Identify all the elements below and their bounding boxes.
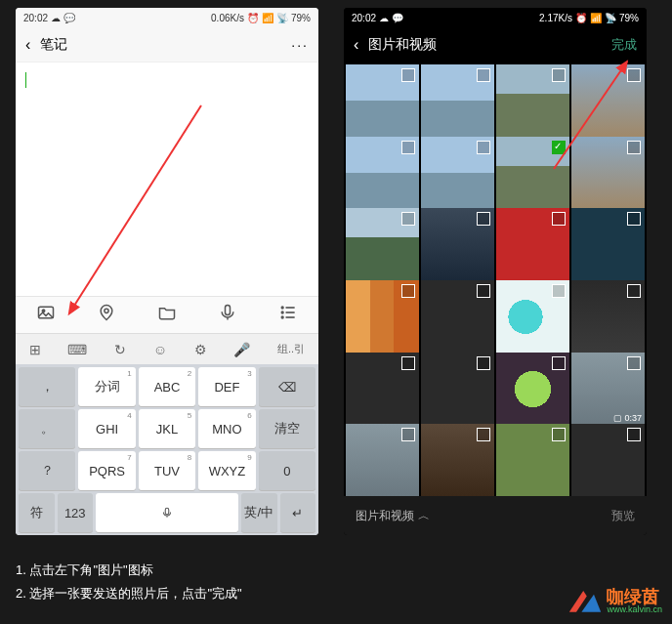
gallery-thumb[interactable] xyxy=(421,64,494,138)
gallery-thumb[interactable] xyxy=(496,424,569,496)
thumb-checkbox[interactable] xyxy=(477,212,490,226)
back-icon[interactable]: ‹ xyxy=(25,36,30,54)
gallery-thumb[interactable] xyxy=(571,64,645,138)
kb-gear-icon[interactable]: ⚙ xyxy=(194,342,207,357)
watermark-title: 咖绿茵 xyxy=(607,588,659,605)
gallery-thumb[interactable] xyxy=(496,353,569,426)
thumb-checkbox[interactable] xyxy=(552,141,566,154)
gallery-thumb[interactable] xyxy=(421,424,494,496)
gallery-thumb[interactable] xyxy=(496,137,569,210)
list-icon[interactable] xyxy=(278,303,298,327)
thumb-checkbox[interactable] xyxy=(477,356,490,370)
gallery-thumb[interactable] xyxy=(496,208,569,281)
kb-voice-icon[interactable]: 🎤 xyxy=(233,342,250,357)
gallery-thumb[interactable] xyxy=(421,280,494,354)
thumb-checkbox[interactable] xyxy=(552,284,566,298)
key-TUV[interactable]: TUV8 xyxy=(139,451,195,490)
key-WXYZ[interactable]: WXYZ9 xyxy=(198,451,255,490)
thumb-checkbox[interactable] xyxy=(401,428,415,441)
video-badge: ▢0:37 xyxy=(613,413,642,423)
gallery-thumb[interactable] xyxy=(571,424,645,496)
gallery-thumb[interactable] xyxy=(496,280,569,354)
gallery-thumb[interactable] xyxy=(346,353,419,426)
key-↵[interactable]: ↵ xyxy=(280,493,316,532)
gallery-grid: ▢0:37 xyxy=(344,62,647,496)
key-123[interactable]: 123 xyxy=(58,493,94,532)
note-body[interactable] xyxy=(16,62,318,296)
thumb-checkbox[interactable] xyxy=(477,284,490,298)
chevron-up-icon: ︿ xyxy=(418,508,430,524)
gallery-thumb[interactable] xyxy=(571,208,645,281)
phone-left-note-editor: 20:02 ☁ 💬 0.06K/s ⏰ 📶 📡 79% ‹ 笔记 ··· xyxy=(16,8,318,535)
thumb-checkbox[interactable] xyxy=(627,284,641,298)
gallery-thumb[interactable] xyxy=(346,64,419,138)
thumb-checkbox[interactable] xyxy=(401,141,415,154)
thumb-checkbox[interactable] xyxy=(552,356,566,370)
thumb-checkbox[interactable] xyxy=(401,284,415,298)
location-icon[interactable] xyxy=(97,303,116,327)
key-分词[interactable]: 分词1 xyxy=(78,367,135,406)
thumb-checkbox[interactable] xyxy=(477,428,490,441)
gallery-thumb[interactable] xyxy=(571,280,645,354)
key-？[interactable]: ？ xyxy=(19,451,75,490)
gallery-thumb[interactable] xyxy=(421,353,494,426)
kb-pinyin-icon[interactable]: 组..引 xyxy=(277,342,305,356)
key-MNO[interactable]: MNO6 xyxy=(198,409,255,448)
gallery-thumb[interactable] xyxy=(421,208,494,281)
mic-icon[interactable] xyxy=(218,303,237,327)
key-JKL[interactable]: JKL5 xyxy=(139,409,195,448)
gallery-thumb[interactable] xyxy=(346,208,419,281)
thumb-checkbox[interactable] xyxy=(627,68,641,82)
thumb-checkbox[interactable] xyxy=(401,212,415,226)
key-，[interactable]: ， xyxy=(19,367,75,406)
thumb-checkbox[interactable] xyxy=(552,212,566,226)
gallery-thumb[interactable] xyxy=(346,424,419,496)
kb-grid-icon[interactable]: ⊞ xyxy=(29,342,41,357)
key-GHI[interactable]: GHI4 xyxy=(78,409,135,448)
key-DEF[interactable]: DEF3 xyxy=(198,367,255,406)
thumb-checkbox[interactable] xyxy=(477,68,490,82)
done-button[interactable]: 完成 xyxy=(611,36,637,54)
signal-icon: 📶 xyxy=(262,13,273,23)
thumb-checkbox[interactable] xyxy=(627,212,641,226)
note-header: ‹ 笔记 ··· xyxy=(16,27,318,62)
folder-icon[interactable] xyxy=(157,303,177,327)
thumb-checkbox[interactable] xyxy=(401,68,415,82)
kb-smile-icon[interactable]: ☺ xyxy=(153,342,167,357)
alarm-icon: ⏰ xyxy=(247,13,259,23)
key-⌫[interactable]: ⌫ xyxy=(259,367,315,406)
key-0[interactable]: 0 xyxy=(259,451,315,490)
back-icon[interactable]: ‹ xyxy=(354,36,358,54)
wechat-icon: 💬 xyxy=(392,13,403,23)
thumb-checkbox[interactable] xyxy=(477,141,490,154)
key-ABC[interactable]: ABC2 xyxy=(139,367,195,406)
key-PQRS[interactable]: PQRS7 xyxy=(78,451,135,490)
thumb-checkbox[interactable] xyxy=(552,68,566,82)
thumb-checkbox[interactable] xyxy=(627,356,641,370)
gallery-thumb[interactable] xyxy=(346,137,419,210)
kb-refresh-icon[interactable]: ↻ xyxy=(114,342,126,357)
preview-button[interactable]: 预览 xyxy=(611,508,635,524)
battery-text: 79% xyxy=(291,13,311,23)
thumb-checkbox[interactable] xyxy=(552,428,566,441)
gallery-thumb[interactable] xyxy=(571,137,645,210)
key-符[interactable]: 符 xyxy=(19,493,55,532)
svg-point-6 xyxy=(281,312,283,313)
more-icon[interactable]: ··· xyxy=(291,37,309,53)
status-time: 20:02 xyxy=(352,13,376,23)
gallery-thumb[interactable] xyxy=(346,280,419,354)
key-清空[interactable]: 清空 xyxy=(259,409,315,448)
key-。[interactable]: 。 xyxy=(19,409,75,448)
thumb-checkbox[interactable] xyxy=(401,356,415,370)
key-space[interactable] xyxy=(96,493,238,532)
album-selector[interactable]: 图片和视频 ︿ xyxy=(356,508,430,524)
wifi-icon: 📡 xyxy=(605,13,616,23)
thumb-checkbox[interactable] xyxy=(627,141,641,154)
thumb-checkbox[interactable] xyxy=(627,428,641,441)
gallery-thumb[interactable] xyxy=(421,137,494,210)
gallery-thumb[interactable] xyxy=(496,64,569,138)
image-icon[interactable] xyxy=(36,303,56,327)
key-英/中[interactable]: 英/中 xyxy=(241,493,277,532)
gallery-thumb[interactable]: ▢0:37 xyxy=(571,353,645,426)
kb-keyboard-icon[interactable]: ⌨ xyxy=(67,342,87,357)
